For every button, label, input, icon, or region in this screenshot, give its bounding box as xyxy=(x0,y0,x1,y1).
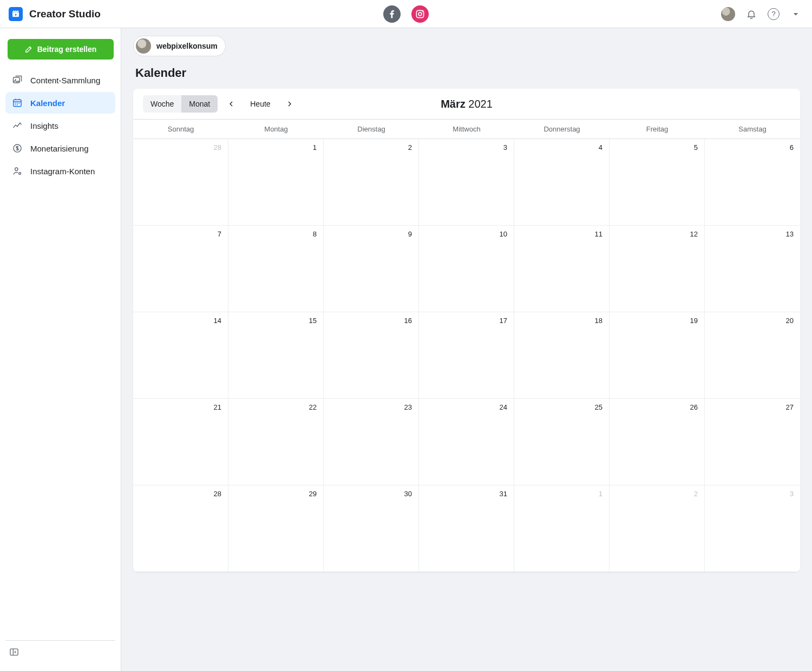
chevron-right-icon xyxy=(285,100,294,108)
calendar-cell[interactable]: 22 xyxy=(228,399,324,485)
calendar-cell[interactable]: 20 xyxy=(705,312,800,399)
sidebar-item-calendar[interactable]: Kalender xyxy=(5,92,115,114)
calendar-cell[interactable]: 9 xyxy=(324,226,419,312)
sidebar-nav: Content-Sammlung Kalender Insights Monet… xyxy=(5,69,115,182)
compose-icon xyxy=(24,45,33,54)
user-gear-icon xyxy=(12,166,23,176)
calendar-cell[interactable]: 5 xyxy=(610,139,705,226)
calendar-cell[interactable]: 31 xyxy=(419,485,514,572)
sidebar: Beitrag erstellen Content-Sammlung Kalen… xyxy=(0,28,121,671)
page-title: Kalender xyxy=(135,66,798,80)
calendar-cell[interactable]: 7 xyxy=(133,226,228,312)
view-segment: Woche Monat xyxy=(143,95,218,113)
weekday-label: Sonntag xyxy=(133,120,228,139)
create-post-label: Beitrag erstellen xyxy=(37,45,97,54)
calendar-cell[interactable]: 29 xyxy=(228,485,324,572)
calendar-cell[interactable]: 17 xyxy=(419,312,514,399)
creator-studio-logo-icon xyxy=(9,7,23,21)
calendar-toolbar: Woche Monat Heute März 2021 xyxy=(133,89,800,119)
facebook-tab[interactable] xyxy=(383,5,401,23)
calendar-cell[interactable]: 30 xyxy=(324,485,419,572)
calendar-cell[interactable]: 4 xyxy=(514,139,610,226)
bell-icon[interactable] xyxy=(746,9,757,19)
caret-down-icon[interactable] xyxy=(790,9,801,19)
instagram-tab[interactable] xyxy=(411,5,429,23)
chevron-left-icon xyxy=(227,100,235,108)
gallery-icon xyxy=(12,75,23,85)
prev-button[interactable] xyxy=(223,96,239,112)
calendar-cell[interactable]: 3 xyxy=(419,139,514,226)
sidebar-item-monetization[interactable]: Monetarisierung xyxy=(5,137,115,159)
calendar-card: Woche Monat Heute März 2021 Sonntag xyxy=(133,89,800,572)
weekday-header: Sonntag Montag Dienstag Mittwoch Donners… xyxy=(133,119,800,139)
svg-point-3 xyxy=(418,12,422,16)
sidebar-item-insights[interactable]: Insights xyxy=(5,115,115,136)
calendar-cell[interactable]: 6 xyxy=(705,139,800,226)
view-week-button[interactable]: Woche xyxy=(143,95,181,113)
weekday-label: Dienstag xyxy=(324,120,419,139)
account-selector[interactable]: webpixelkonsum xyxy=(133,36,226,56)
calendar-cell[interactable]: 10 xyxy=(419,226,514,312)
help-icon[interactable]: ? xyxy=(768,8,780,20)
sidebar-footer xyxy=(5,640,115,666)
calendar-cell[interactable]: 16 xyxy=(324,312,419,399)
calendar-cell[interactable]: 26 xyxy=(610,399,705,485)
brand: Creator Studio xyxy=(9,7,101,21)
calendar-grid: 2812345678910111213141516171819202122232… xyxy=(133,139,800,572)
calendar-cell[interactable]: 15 xyxy=(228,312,324,399)
sidebar-item-instagram-accounts[interactable]: Instagram-Konten xyxy=(5,160,115,182)
calendar-cell[interactable]: 23 xyxy=(324,399,419,485)
calendar-cell[interactable]: 2 xyxy=(324,139,419,226)
calendar-cell[interactable]: 2 xyxy=(610,485,705,572)
account-avatar xyxy=(136,38,151,54)
calendar-cell[interactable]: 3 xyxy=(705,485,800,572)
calendar-cell[interactable]: 13 xyxy=(705,226,800,312)
today-button[interactable]: Heute xyxy=(245,96,276,111)
sidebar-item-label: Content-Sammlung xyxy=(30,76,100,85)
svg-point-4 xyxy=(422,11,423,12)
calendar-cell[interactable]: 25 xyxy=(514,399,610,485)
weekday-label: Montag xyxy=(228,120,324,139)
next-button[interactable] xyxy=(281,96,298,112)
svg-point-6 xyxy=(15,79,16,80)
content: webpixelkonsum Kalender Woche Monat Heut… xyxy=(121,28,812,671)
view-month-button[interactable]: Monat xyxy=(181,95,218,113)
calendar-title: März 2021 xyxy=(441,98,493,110)
sidebar-item-label: Kalender xyxy=(30,98,65,108)
insights-icon xyxy=(12,120,23,131)
account-name: webpixelkonsum xyxy=(156,42,218,50)
calendar-cell[interactable]: 21 xyxy=(133,399,228,485)
calendar-year: 2021 xyxy=(468,98,493,110)
platform-tabs xyxy=(383,0,429,28)
calendar-month: März xyxy=(441,98,466,110)
calendar-cell[interactable]: 19 xyxy=(610,312,705,399)
calendar-cell[interactable]: 28 xyxy=(133,139,228,226)
dollar-icon xyxy=(12,143,23,154)
topbar-right: ? xyxy=(721,7,801,21)
topbar: Creator Studio ? xyxy=(0,0,812,28)
weekday-label: Freitag xyxy=(610,120,705,139)
create-post-button[interactable]: Beitrag erstellen xyxy=(8,39,114,60)
calendar-cell[interactable]: 18 xyxy=(514,312,610,399)
calendar-cell[interactable]: 1 xyxy=(228,139,324,226)
calendar-cell[interactable]: 8 xyxy=(228,226,324,312)
sidebar-item-content[interactable]: Content-Sammlung xyxy=(5,69,115,91)
calendar-cell[interactable]: 27 xyxy=(705,399,800,485)
calendar-cell[interactable]: 28 xyxy=(133,485,228,572)
svg-point-9 xyxy=(15,168,18,170)
calendar-cell[interactable]: 11 xyxy=(514,226,610,312)
sidebar-item-label: Insights xyxy=(30,121,58,130)
sidebar-item-label: Monetarisierung xyxy=(30,144,89,153)
calendar-cell[interactable]: 1 xyxy=(514,485,610,572)
sidebar-item-label: Instagram-Konten xyxy=(30,167,95,176)
user-avatar[interactable] xyxy=(721,7,735,21)
weekday-label: Samstag xyxy=(705,120,800,139)
collapse-sidebar-icon[interactable] xyxy=(9,647,19,660)
calendar-icon xyxy=(12,97,23,108)
weekday-label: Mittwoch xyxy=(419,120,514,139)
calendar-cell[interactable]: 24 xyxy=(419,399,514,485)
app-title: Creator Studio xyxy=(29,8,101,20)
calendar-cell[interactable]: 14 xyxy=(133,312,228,399)
weekday-label: Donnerstag xyxy=(514,120,610,139)
calendar-cell[interactable]: 12 xyxy=(610,226,705,312)
